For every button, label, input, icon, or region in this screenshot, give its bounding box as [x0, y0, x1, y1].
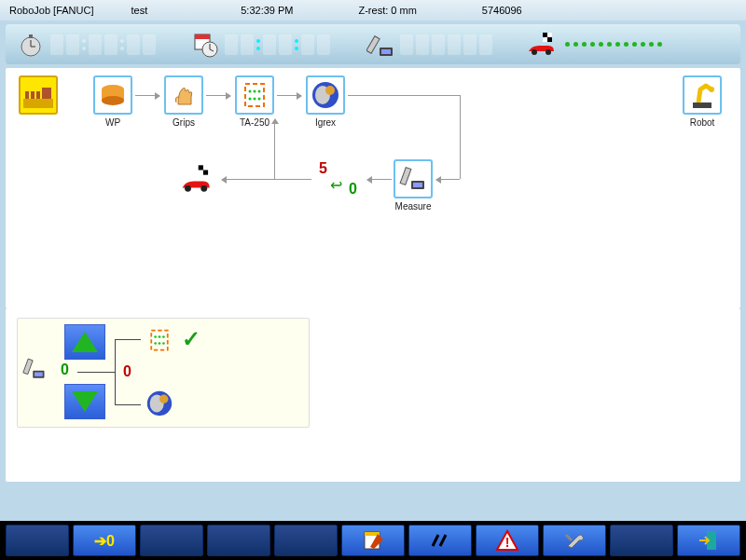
tree-line [115, 339, 141, 340]
svg-point-29 [249, 98, 252, 101]
toolbar-edit-button[interactable] [341, 525, 405, 556]
node-ta250[interactable]: TA-250 [235, 75, 274, 128]
svg-point-16 [546, 49, 551, 55]
svg-point-52 [154, 342, 157, 345]
svg-point-43 [185, 185, 191, 192]
workpiece-icon [93, 75, 132, 115]
decrement-button[interactable] [64, 384, 105, 419]
accept-count: 0 [349, 181, 357, 198]
svg-point-31 [258, 98, 261, 101]
calendar-timer-icon [189, 29, 221, 61]
node-finish[interactable] [177, 159, 216, 198]
accept-panel: 0 0 ✓ [17, 318, 310, 428]
arrow [277, 95, 301, 96]
robot-label: Robot [683, 117, 722, 128]
workflow-area: WP Grips TA-250 Igrex Robot Measure [6, 68, 740, 308]
wp-label: WP [93, 117, 132, 128]
ruler-icon [365, 29, 396, 61]
slash-icon [429, 531, 451, 550]
return-icon: ↩ [330, 176, 342, 194]
tree-line [115, 404, 141, 405]
svg-point-27 [254, 90, 256, 93]
node-igrex[interactable]: Igrex [306, 75, 345, 128]
node-measure[interactable]: Measure [394, 159, 433, 212]
node-robot[interactable]: Robot [683, 75, 722, 128]
svg-rect-41 [199, 165, 203, 170]
arrow [206, 95, 230, 96]
svg-point-24 [102, 96, 124, 105]
increment-button[interactable] [64, 324, 105, 360]
igrex-small-icon [143, 389, 176, 417]
status-group-timer [189, 29, 330, 61]
svg-point-53 [159, 342, 161, 345]
toolbar-alert-button[interactable]: ! [476, 525, 539, 556]
accept-value: 0 [61, 362, 69, 378]
igrex-label: Igrex [306, 117, 345, 128]
node-wp[interactable]: WP [93, 75, 132, 128]
svg-rect-20 [36, 91, 40, 99]
clock-time: 5:32:39 PM [241, 5, 293, 16]
svg-point-44 [200, 185, 207, 192]
node-grips[interactable]: Grips [164, 75, 203, 128]
svg-point-51 [162, 335, 165, 338]
svg-rect-48 [151, 331, 168, 350]
arrow [135, 95, 159, 96]
connector [348, 95, 460, 96]
reject-count: 5 [319, 160, 327, 177]
lower-area: 0 0 ✓ [6, 308, 740, 482]
svg-point-15 [532, 49, 537, 55]
measure-small-icon [21, 356, 48, 384]
toolbar-btn-1[interactable] [6, 525, 69, 556]
status-group-clock [15, 29, 156, 61]
svg-text:!: ! [505, 535, 510, 550]
svg-point-36 [709, 87, 714, 92]
svg-point-50 [159, 335, 161, 338]
robot-icon [683, 75, 722, 115]
racecar-icon [526, 29, 558, 61]
reset-label: ➔0 [94, 532, 115, 550]
svg-rect-19 [31, 91, 35, 99]
notepad-icon [361, 528, 385, 553]
start-icon [19, 75, 58, 115]
svg-rect-47 [35, 373, 43, 376]
ta250-label: TA-250 [235, 117, 274, 128]
warning-icon: ! [495, 529, 519, 552]
toolbar-reset-button[interactable]: ➔0 [73, 525, 136, 556]
toolbar-exit-button[interactable] [677, 525, 740, 556]
svg-rect-9 [366, 35, 380, 53]
toolbar-skip-button[interactable] [408, 525, 472, 556]
program-name: test [131, 5, 147, 16]
finish-icon [177, 159, 216, 198]
stopwatch-icon [15, 29, 47, 61]
igrex-icon [306, 75, 345, 115]
svg-rect-5 [195, 34, 210, 39]
toolbar-btn-10[interactable] [610, 525, 673, 556]
svg-point-49 [154, 335, 157, 338]
arrow [367, 179, 392, 180]
svg-rect-25 [245, 84, 264, 106]
toolbar-tools-button[interactable] [543, 525, 606, 556]
wrench-icon [562, 529, 587, 552]
titlebar: RoboJob [FANUC] test 5:32:39 PM Z-rest: … [0, 0, 746, 20]
svg-point-28 [258, 90, 261, 93]
measure-label: Measure [394, 201, 433, 212]
node-start[interactable] [19, 75, 58, 115]
svg-rect-1 [29, 34, 33, 38]
machine-small-icon [143, 326, 176, 354]
reject-value: 0 [123, 363, 131, 380]
toolbar-btn-5[interactable] [274, 525, 338, 556]
connector [274, 119, 275, 179]
toolbar-btn-3[interactable] [140, 525, 203, 556]
svg-rect-17 [23, 99, 53, 108]
toolbar-btn-4[interactable] [207, 525, 270, 556]
arrow [222, 179, 254, 180]
svg-point-34 [325, 86, 335, 95]
z-rest: Z-rest: 0 mm [358, 5, 416, 16]
connector [460, 95, 461, 179]
svg-rect-39 [413, 183, 422, 187]
svg-rect-21 [42, 88, 51, 99]
svg-rect-35 [693, 102, 711, 108]
tree-line [115, 339, 116, 404]
grips-label: Grips [164, 117, 203, 128]
svg-point-26 [249, 90, 252, 93]
